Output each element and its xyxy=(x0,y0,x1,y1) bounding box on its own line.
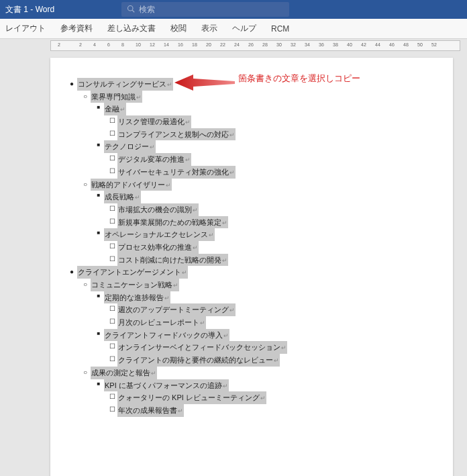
list-item[interactable]: ☐月次のレビューレポート xyxy=(107,316,437,329)
ruler-number: 26 xyxy=(248,42,254,47)
list-item[interactable]: ☐クライアントの期待と要件の継続的なレビュー xyxy=(107,354,437,367)
bullet-icon: ☐ xyxy=(107,165,117,177)
list-item[interactable]: ○戦略的アドバイザリー xyxy=(80,179,437,191)
list-item-text[interactable]: 月次のレビューレポート xyxy=(117,316,206,329)
list-item-text[interactable]: 成果の測定と報告 xyxy=(91,367,157,379)
list-item-text[interactable]: クライアントフィードバックの導入 xyxy=(104,329,229,342)
bullet-icon: ○ xyxy=(80,179,91,190)
list-item-text[interactable]: テクノロジー xyxy=(104,140,156,153)
list-item-text[interactable]: オペレーショナルエクセレンス xyxy=(104,228,215,241)
ruler[interactable]: 2246810121416182022242628303234363840424… xyxy=(0,39,467,52)
ruler-number: 12 xyxy=(150,42,155,47)
list-item[interactable]: ■テクノロジー xyxy=(93,140,437,153)
list-item[interactable]: ●クライアントエンゲージメント xyxy=(66,266,437,279)
list-item-text[interactable]: プロセス効率化の推進 xyxy=(117,241,199,254)
bullet-icon: ■ xyxy=(93,329,104,338)
tab-mailings[interactable]: 差し込み文書 xyxy=(107,23,156,34)
ruler-number: 32 xyxy=(291,42,296,47)
list-item[interactable]: ○コミュニケーション戦略 xyxy=(80,279,437,291)
list-item-text[interactable]: コミュニケーション戦略 xyxy=(91,279,179,291)
bullet-icon: ■ xyxy=(93,140,104,150)
list-item-text[interactable]: 定期的な進捗報告 xyxy=(104,291,170,304)
bullet-icon: ■ xyxy=(93,103,104,112)
list-item[interactable]: ☐クォータリーの KPI レビューミーティング xyxy=(107,391,437,404)
list-item[interactable]: ☐サイバーセキュリティ対策の強化 xyxy=(107,166,437,179)
list-item[interactable]: ☐週次のアップデートミーティング xyxy=(107,303,437,316)
search-input[interactable] xyxy=(139,5,284,14)
list-item-text[interactable]: 週次のアップデートミーティング xyxy=(117,303,236,316)
annotation-text: 箇条書きの文章を選択しコピー xyxy=(238,73,360,85)
bullet-icon: ○ xyxy=(80,91,91,102)
list-item-text[interactable]: サイバーセキュリティ対策の強化 xyxy=(117,166,236,179)
list-item-text[interactable]: 成長戦略 xyxy=(104,191,141,203)
ruler-number: 14 xyxy=(164,42,169,47)
ruler-number: 2 xyxy=(79,42,82,47)
ruler-number: 10 xyxy=(136,42,141,47)
list-item[interactable]: ■KPI に基づくパフォーマンスの追跡 xyxy=(93,379,437,392)
svg-point-0 xyxy=(128,5,134,11)
list-item[interactable]: ☐デジタル変革の推進 xyxy=(107,153,437,166)
list-item-text[interactable]: オンラインサーベイとフィードバックセッション xyxy=(117,341,287,354)
bullet-icon: ○ xyxy=(80,279,91,290)
document-title: 文書 1 - Word xyxy=(0,4,54,15)
bullet-icon: ☐ xyxy=(107,253,117,265)
list-item-text[interactable]: 市場拡大の機会の識別 xyxy=(117,203,199,216)
list-item[interactable]: ○業界専門知識 xyxy=(80,91,437,103)
list-item[interactable]: ☐プロセス効率化の推進 xyxy=(107,241,437,254)
list-item[interactable]: ☐オンラインサーベイとフィードバックセッション xyxy=(107,341,437,354)
list-item[interactable]: ☐市場拡大の機会の識別 xyxy=(107,203,437,216)
list-item[interactable]: ■成長戦略 xyxy=(93,191,437,203)
ruler-number: 36 xyxy=(319,42,324,47)
list-item-text[interactable]: コスト削減に向けた戦略の開発 xyxy=(117,254,228,267)
ruler-number: 8 xyxy=(121,42,124,47)
ruler-number: 18 xyxy=(192,42,197,47)
tab-references[interactable]: 参考資料 xyxy=(60,23,93,34)
list-item-text[interactable]: 年次の成果報告書 xyxy=(117,404,184,417)
list-item-text[interactable]: コンプライアンスと規制への対応 xyxy=(117,128,236,141)
tab-layout[interactable]: レイアウト xyxy=(5,23,46,34)
bullet-icon: ☐ xyxy=(107,303,117,314)
ruler-number: 20 xyxy=(206,42,211,47)
search-box[interactable] xyxy=(121,2,289,17)
list-item-text[interactable]: KPI に基づくパフォーマンスの追跡 xyxy=(104,379,229,392)
ruler-number: 4 xyxy=(93,42,96,47)
list-item-text[interactable]: 業界専門知識 xyxy=(91,91,142,103)
bullet-icon: ☐ xyxy=(107,152,117,164)
ruler-number: 6 xyxy=(107,42,110,47)
tab-review[interactable]: 校閲 xyxy=(170,23,187,34)
tab-help[interactable]: ヘルプ xyxy=(232,23,256,34)
list-item[interactable]: ■定期的な進捗報告 xyxy=(93,291,437,304)
list-item[interactable]: ■クライアントフィードバックの導入 xyxy=(93,329,437,342)
bullet-icon: ○ xyxy=(80,367,91,378)
list-item[interactable]: ■金融 xyxy=(93,103,437,115)
bullet-icon: ☐ xyxy=(107,353,117,365)
list-item[interactable]: ☐リスク管理の最適化 xyxy=(107,115,437,128)
arrow-icon xyxy=(174,73,235,95)
list-item[interactable]: ○成果の測定と報告 xyxy=(80,367,437,379)
bullet-icon: ☐ xyxy=(107,316,117,327)
list-item-text[interactable]: デジタル変革の推進 xyxy=(117,153,191,166)
ruler-number: 50 xyxy=(417,42,423,47)
list-item[interactable]: ☐新規事業展開のための戦略策定 xyxy=(107,216,437,229)
tab-rcm[interactable]: RCM xyxy=(271,24,289,34)
list-item[interactable]: ☐年次の成果報告書 xyxy=(107,404,437,417)
ruler-number: 40 xyxy=(347,42,352,47)
list-item-text[interactable]: 新規事業展開のための戦略策定 xyxy=(117,216,228,229)
list-item[interactable]: ☐コスト削減に向けた戦略の開発 xyxy=(107,254,437,267)
ruler-number: 22 xyxy=(220,42,225,47)
list-item[interactable]: ☐コンプライアンスと規制への対応 xyxy=(107,128,437,141)
ribbon-tabs: レイアウト 参考資料 差し込み文書 校閲 表示 ヘルプ RCM xyxy=(0,19,467,39)
list-item-text[interactable]: クライアントエンゲージメント xyxy=(77,266,188,279)
ruler-number: 24 xyxy=(234,42,240,47)
list-item-text[interactable]: 戦略的アドバイザリー xyxy=(91,179,172,191)
list-item-text[interactable]: クォータリーの KPI レビューミーティング xyxy=(117,391,266,404)
list-item[interactable]: ■オペレーショナルエクセレンス xyxy=(93,228,437,241)
tab-view[interactable]: 表示 xyxy=(201,23,217,34)
ruler-number: 42 xyxy=(361,42,366,47)
list-item-text[interactable]: 金融 xyxy=(104,103,126,115)
list-item-text[interactable]: クライアントの期待と要件の継続的なレビュー xyxy=(117,354,280,367)
list-item-text[interactable]: リスク管理の最適化 xyxy=(117,115,191,128)
ruler-number: 48 xyxy=(403,42,409,47)
list-item-text[interactable]: コンサルティングサービス xyxy=(77,78,173,91)
page[interactable]: ●コンサルティングサービス○業界専門知識■金融☐リスク管理の最適化☐コンプライア… xyxy=(50,58,453,476)
